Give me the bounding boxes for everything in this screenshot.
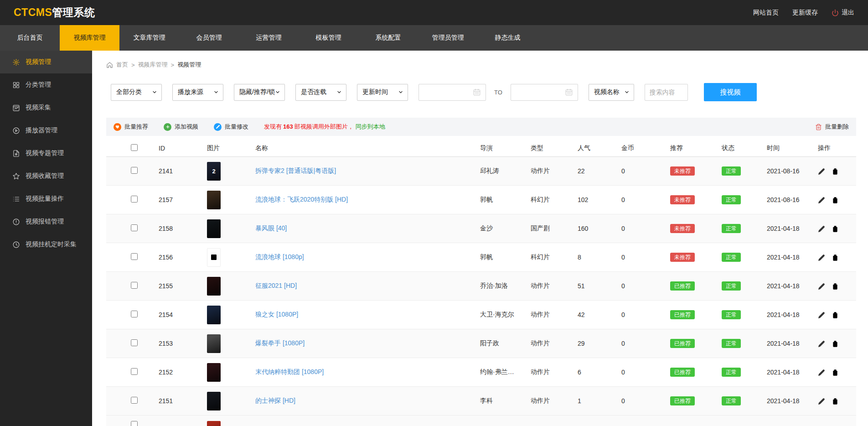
sidebar-item-2[interactable]: 视频采集 — [0, 96, 92, 119]
row-checkbox[interactable] — [131, 167, 138, 174]
edit-icon[interactable] — [818, 168, 825, 175]
delete-icon[interactable] — [832, 283, 839, 290]
delete-icon[interactable] — [832, 225, 839, 233]
edit-icon[interactable] — [818, 283, 825, 290]
recommend-badge[interactable]: 未推荐 — [670, 253, 695, 262]
video-title-link[interactable]: 暴风眼 [40] — [255, 224, 287, 232]
video-title-link[interactable]: 流浪地球 [1080p] — [255, 253, 304, 260]
status-badge[interactable]: 正常 — [722, 166, 741, 176]
recommend-badge[interactable]: 已推荐 — [670, 310, 695, 319]
batch-recommend-button[interactable]: 批量推荐 — [114, 123, 148, 131]
sidebar-item-5[interactable]: 视频收藏管理 — [0, 165, 92, 187]
date-from-input[interactable] — [418, 84, 486, 101]
status-badge[interactable]: 正常 — [722, 396, 741, 405]
edit-icon[interactable] — [818, 312, 825, 319]
delete-icon[interactable] — [832, 197, 839, 204]
status-badge[interactable]: 正常 — [722, 281, 741, 291]
video-thumbnail[interactable] — [207, 191, 221, 209]
video-title-link[interactable]: 征服2021 [HD] — [255, 282, 297, 289]
nav-tab-1[interactable]: 视频库管理 — [60, 25, 119, 51]
video-title-link[interactable]: 末代纳粹特勤团 [1080P] — [255, 368, 324, 375]
video-thumbnail[interactable]: 2 — [207, 162, 221, 181]
edit-icon[interactable] — [818, 197, 825, 204]
video-thumbnail[interactable] — [207, 392, 221, 410]
status-badge[interactable]: 正常 — [722, 339, 741, 348]
row-checkbox[interactable] — [131, 421, 138, 426]
row-checkbox[interactable] — [131, 253, 138, 260]
delete-icon[interactable] — [832, 168, 839, 175]
recommend-badge[interactable]: 未推荐 — [670, 195, 695, 204]
topbar-link-logout[interactable]: 退出 — [832, 9, 854, 17]
recommend-badge[interactable]: 未推荐 — [670, 166, 695, 176]
sidebar-item-0[interactable]: 视频管理 — [0, 51, 92, 73]
video-thumbnail[interactable] — [207, 219, 221, 238]
nav-tab-3[interactable]: 会员管理 — [179, 25, 239, 51]
recommend-badge[interactable]: 已推荐 — [670, 339, 695, 348]
delete-icon[interactable] — [832, 340, 839, 348]
notice-sync-link[interactable]: 同步到本地 — [356, 123, 385, 130]
row-checkbox[interactable] — [131, 224, 138, 231]
date-to-input[interactable] — [511, 84, 578, 101]
breadcrumb-item-0[interactable]: 首页 — [116, 61, 128, 69]
status-badge[interactable]: 正常 — [722, 224, 741, 233]
add-video-button[interactable]: 添加视频 — [164, 123, 198, 131]
recommend-badge[interactable]: 已推荐 — [670, 368, 695, 377]
select-all-checkbox[interactable] — [131, 144, 138, 151]
filter-select-0[interactable]: 全部分类 — [111, 84, 162, 101]
nav-tab-5[interactable]: 模板管理 — [299, 25, 358, 51]
video-title-link[interactable]: 的士神探 [HD] — [255, 397, 295, 404]
nav-tab-8[interactable]: 静态生成 — [478, 25, 537, 51]
row-checkbox[interactable] — [131, 397, 138, 404]
sidebar-item-3[interactable]: 播放器管理 — [0, 119, 92, 142]
search-video-button[interactable]: 搜视频 — [704, 83, 757, 101]
edit-icon[interactable] — [818, 254, 825, 261]
status-badge[interactable]: 正常 — [722, 310, 741, 319]
status-badge[interactable]: 正常 — [722, 195, 741, 204]
edit-icon[interactable] — [818, 340, 825, 348]
batch-delete-button[interactable]: 批量删除 — [815, 123, 849, 131]
row-checkbox[interactable] — [131, 368, 138, 375]
nav-tab-4[interactable]: 运营管理 — [239, 25, 299, 51]
edit-icon[interactable] — [818, 398, 825, 405]
status-badge[interactable]: 正常 — [722, 253, 741, 262]
row-checkbox[interactable] — [131, 311, 138, 317]
nav-tab-2[interactable]: 文章库管理 — [119, 25, 179, 51]
filter-select-2[interactable]: 隐藏/推荐/锁 — [234, 84, 285, 101]
topbar-link-site-home[interactable]: 网站首页 — [753, 9, 779, 17]
search-field-select[interactable]: 视频名称 — [589, 84, 634, 101]
video-title-link[interactable]: 拆弹专家2 [普通话版|粤语版] — [255, 167, 336, 174]
row-checkbox[interactable] — [131, 196, 138, 203]
video-thumbnail[interactable] — [207, 277, 221, 296]
nav-tab-0[interactable]: 后台首页 — [0, 25, 60, 51]
breadcrumb-item-1[interactable]: 视频库管理 — [138, 61, 168, 69]
nav-tab-7[interactable]: 管理员管理 — [418, 25, 478, 51]
sidebar-item-4[interactable]: 视频专题管理 — [0, 142, 92, 165]
recommend-badge[interactable]: 已推荐 — [670, 396, 695, 405]
recommend-badge[interactable]: 已推荐 — [670, 281, 695, 291]
edit-icon[interactable] — [818, 225, 825, 233]
video-thumbnail[interactable] — [207, 421, 221, 426]
batch-edit-button[interactable]: 批量修改 — [214, 123, 248, 131]
sidebar-item-6[interactable]: 视频批量操作 — [0, 187, 92, 210]
edit-icon[interactable] — [818, 369, 825, 376]
sidebar-item-8[interactable]: 视频挂机定时采集 — [0, 233, 92, 256]
video-thumbnail[interactable] — [207, 306, 221, 324]
status-badge[interactable]: 正常 — [722, 368, 741, 377]
sidebar-item-1[interactable]: 分类管理 — [0, 73, 92, 96]
recommend-badge[interactable]: 未推荐 — [670, 224, 695, 233]
video-title-link[interactable]: 流浪地球：飞跃2020特别版 [HD] — [255, 196, 348, 203]
video-thumbnail[interactable] — [207, 334, 221, 353]
delete-icon[interactable] — [832, 369, 839, 376]
row-checkbox[interactable] — [131, 282, 138, 289]
delete-icon[interactable] — [832, 398, 839, 405]
topbar-link-refresh-cache[interactable]: 更新缓存 — [792, 9, 818, 17]
delete-icon[interactable] — [832, 254, 839, 261]
video-thumbnail[interactable] — [207, 363, 221, 382]
row-checkbox[interactable] — [131, 339, 138, 346]
filter-select-4[interactable]: 更新时间 — [357, 84, 408, 101]
delete-icon[interactable] — [832, 312, 839, 319]
video-title-link[interactable]: 爆裂拳手 [1080P] — [255, 339, 305, 347]
filter-select-1[interactable]: 播放来源 — [172, 84, 223, 101]
search-input[interactable] — [645, 84, 688, 101]
video-title-link[interactable]: 狼之女 [1080P] — [255, 311, 298, 318]
